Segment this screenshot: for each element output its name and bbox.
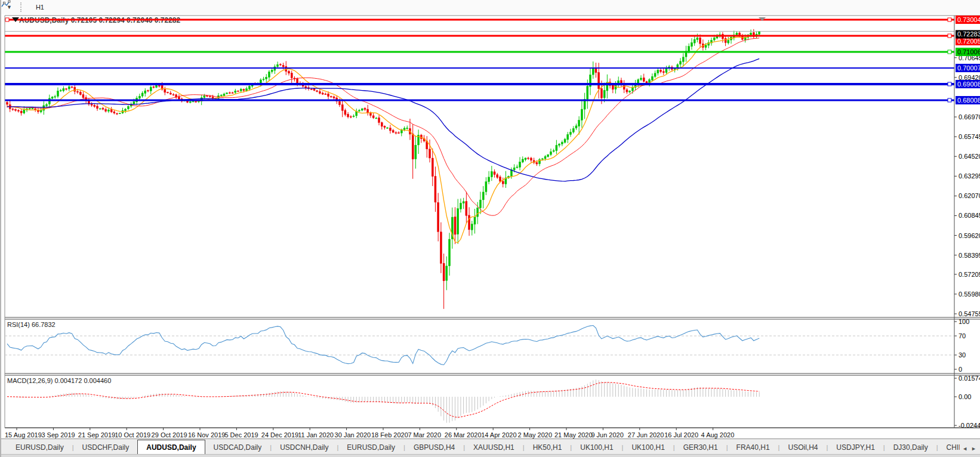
timeframe-button-h1[interactable]: H1 xyxy=(30,1,54,14)
candle-body xyxy=(316,91,318,91)
tab-usoil-h4[interactable]: USOil,H4 xyxy=(779,441,826,455)
candle-body xyxy=(29,109,30,109)
price-level-label: 0.68008 xyxy=(957,97,980,104)
candle-body xyxy=(32,109,33,109)
candle-body xyxy=(141,93,143,96)
candle-body xyxy=(375,118,377,119)
candle-body xyxy=(77,91,79,92)
candle-body xyxy=(477,208,479,217)
candle-body xyxy=(466,202,467,216)
candle-body xyxy=(341,105,343,111)
candle-body xyxy=(440,232,442,264)
tab-usdcad-daily[interactable]: USDCAD,Daily xyxy=(205,441,270,455)
symbol-tabs: EURUSD,Daily|USDCHF,Daily AUDUSD,Daily U… xyxy=(1,439,960,455)
candle-body xyxy=(443,263,445,281)
tab-uk100-h1[interactable]: UK100,H1 xyxy=(572,441,621,455)
candle-body xyxy=(268,72,270,77)
candle-body xyxy=(127,106,129,109)
tab-usdcnh-daily[interactable]: USDCNH,Daily xyxy=(272,441,337,455)
price-chart-svg[interactable]: 0.706450.694200.669700.657450.645200.632… xyxy=(1,14,980,439)
candle-body xyxy=(164,89,166,92)
tab-china300-h1[interactable]: CHINA300,H1 xyxy=(938,441,960,455)
candle-body xyxy=(381,122,383,126)
candle-body xyxy=(271,70,273,72)
tab-dj30-daily[interactable]: DJ30,Daily xyxy=(885,441,936,455)
candle-body xyxy=(207,96,208,97)
date-label: 9 Jun 2020 xyxy=(591,431,623,439)
chart-area[interactable]: AUDUSD,Daily 0.72105 0.72294 0.72046 0.7… xyxy=(1,14,980,439)
candle-body xyxy=(240,89,242,91)
candle-body xyxy=(412,134,414,159)
price-tick-label: 0.66970 xyxy=(959,113,980,121)
tab-usdchf-daily[interactable]: USDCHF,Daily xyxy=(74,441,138,455)
tab-gbpusd-h4[interactable]: GBPUSD,H4 xyxy=(405,441,463,455)
candle-body xyxy=(105,109,107,111)
candle-body xyxy=(432,158,433,177)
candle-body xyxy=(167,92,169,93)
tab-uk100-h1[interactable]: UK100,H1 xyxy=(623,441,673,455)
hline-handle[interactable] xyxy=(948,50,951,54)
tab-fra40-h1[interactable]: FRA40,H1 xyxy=(728,441,778,455)
candle-body xyxy=(553,150,554,151)
candle-body xyxy=(403,128,405,129)
candle-body xyxy=(541,159,543,159)
candle-body xyxy=(736,33,738,35)
status-bar xyxy=(1,454,980,457)
candle-body xyxy=(195,101,197,102)
candle-body xyxy=(147,91,149,91)
candle-body xyxy=(392,131,394,132)
candle-body xyxy=(229,92,230,93)
hline-handle[interactable] xyxy=(948,98,951,102)
candle-body xyxy=(550,152,551,155)
candle-body xyxy=(446,266,448,280)
candle-body xyxy=(150,87,152,91)
hline-handle[interactable] xyxy=(948,82,951,86)
candle-body xyxy=(516,167,518,168)
candle-body xyxy=(192,101,194,102)
candle-body xyxy=(246,89,248,91)
line-studies-icon[interactable]: ▼ xyxy=(2,3,14,11)
tab-eurusd-daily[interactable]: EURUSD,Daily xyxy=(338,441,403,455)
candle-body xyxy=(279,64,281,65)
candle-body xyxy=(725,38,726,42)
date-label: 16 Jul 2020 xyxy=(664,431,698,439)
toolbar-grip xyxy=(20,2,24,12)
candle-body xyxy=(713,38,715,40)
candle-body xyxy=(759,32,760,35)
date-label: 14 Apr 2020 xyxy=(481,431,516,439)
candle-body xyxy=(226,93,228,94)
candle-body xyxy=(654,73,656,76)
price-tick-label: 0.62070 xyxy=(959,192,980,199)
candle-body xyxy=(325,94,326,95)
candle-body xyxy=(575,126,577,128)
price-tick-label: 0.58395 xyxy=(959,252,980,259)
tab-usdjpy-h1[interactable]: USDJPY,H1 xyxy=(828,441,883,455)
candle-body xyxy=(60,90,61,91)
date-label: 2 May 2020 xyxy=(518,431,552,439)
candle-body xyxy=(469,215,470,230)
tab-eurusd-daily[interactable]: EURUSD,Daily xyxy=(7,441,72,455)
hline-handle[interactable] xyxy=(948,34,951,38)
hline-handle[interactable] xyxy=(948,18,951,21)
hline-handle[interactable] xyxy=(5,18,9,21)
tab-audusd-daily[interactable]: AUDUSD,Daily xyxy=(137,440,205,455)
candle-body xyxy=(310,89,312,89)
candle-body xyxy=(333,97,335,98)
candle-body xyxy=(94,106,95,107)
tab-hk50-h1[interactable]: HK50,H1 xyxy=(525,441,571,455)
candle-body xyxy=(282,65,284,67)
candle-body xyxy=(547,155,549,156)
candle-body xyxy=(51,97,53,98)
candle-body xyxy=(266,77,267,79)
candle-body xyxy=(570,132,572,135)
tab-xauusd-h1[interactable]: XAUUSD,H1 xyxy=(465,441,523,455)
tab-scroll-right-icon[interactable]: ► xyxy=(971,446,976,452)
tab-scroll-left-icon[interactable]: ◄ xyxy=(962,446,967,452)
date-label: 30 Jan 2020 xyxy=(335,431,371,439)
candle-body xyxy=(328,94,329,96)
tab-ger30-h1[interactable]: GER30,H1 xyxy=(675,441,726,455)
candle-body xyxy=(347,114,349,117)
date-label: 18 Feb 2020 xyxy=(371,431,408,439)
candle-body xyxy=(319,92,320,94)
candle-body xyxy=(248,87,250,89)
